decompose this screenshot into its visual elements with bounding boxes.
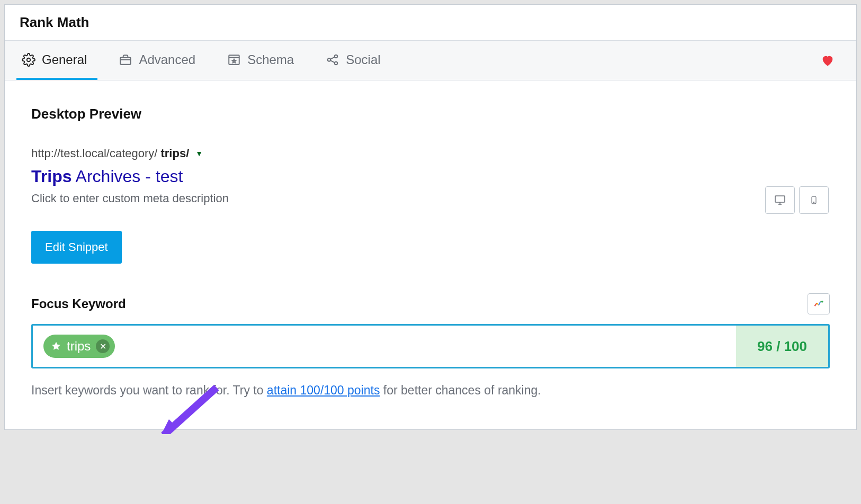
serp-title-bold: Trips — [31, 167, 71, 186]
svg-point-5 — [335, 62, 337, 65]
svg-point-8 — [813, 202, 814, 202]
tab-label: General — [42, 52, 87, 67]
rank-math-panel: Rank Math General Advanced Schema Social — [4, 4, 857, 430]
focus-keyword-help: Insert keywords you want to rank for. Tr… — [31, 383, 830, 398]
toolbox-icon — [119, 53, 132, 67]
serp-title-rest: Archives - test — [71, 167, 183, 186]
share-icon — [326, 53, 339, 67]
edit-snippet-button[interactable]: Edit Snippet — [31, 231, 122, 264]
serp-description[interactable]: Click to enter custom meta description — [31, 192, 830, 205]
focus-keyword-title: Focus Keyword — [31, 296, 126, 311]
tab-bar: General Advanced Schema Social — [5, 41, 856, 80]
gear-icon — [22, 53, 35, 67]
attain-score-link[interactable]: attain 100/100 points — [267, 383, 380, 397]
focus-keyword-input[interactable]: trips ✕ 96 / 100 — [31, 324, 830, 368]
tab-social[interactable]: Social — [320, 41, 391, 80]
preview-section-title: Desktop Preview — [31, 106, 830, 122]
content-area: Desktop Preview http://test.local/catego… — [5, 80, 856, 429]
svg-rect-6 — [775, 196, 785, 202]
tab-label: Social — [346, 52, 380, 67]
tab-general[interactable]: General — [16, 41, 97, 80]
svg-point-0 — [27, 58, 31, 62]
desktop-preview-button[interactable] — [765, 186, 795, 214]
tab-advanced[interactable]: Advanced — [113, 41, 206, 80]
star-icon — [51, 341, 61, 352]
remove-keyword-icon[interactable]: ✕ — [96, 339, 110, 353]
window-star-icon — [227, 53, 241, 67]
svg-point-3 — [328, 58, 330, 61]
keyword-score: 96 / 100 — [736, 326, 828, 367]
svg-point-4 — [335, 55, 337, 58]
keyword-trends-button[interactable] — [808, 293, 830, 314]
favorite-icon[interactable] — [819, 53, 836, 68]
serp-title[interactable]: Trips Archives - test — [31, 167, 830, 186]
serp-url[interactable]: http://test.local/category/trips/ ▼ — [31, 147, 830, 160]
serp-url-bold: trips/ — [160, 147, 189, 160]
tab-label: Schema — [247, 52, 294, 67]
device-toggle — [765, 186, 829, 214]
keyword-chip-label: trips — [67, 339, 91, 354]
panel-title: Rank Math — [5, 5, 856, 41]
keyword-chip[interactable]: trips ✕ — [43, 335, 115, 358]
keyword-input-area[interactable]: trips ✕ — [33, 326, 736, 367]
tab-label: Advanced — [139, 52, 195, 67]
svg-rect-1 — [121, 58, 131, 65]
mobile-preview-button[interactable] — [799, 186, 829, 214]
tab-schema[interactable]: Schema — [222, 41, 304, 80]
caret-down-icon: ▼ — [195, 149, 203, 158]
serp-url-plain: http://test.local/category/ — [31, 147, 157, 160]
